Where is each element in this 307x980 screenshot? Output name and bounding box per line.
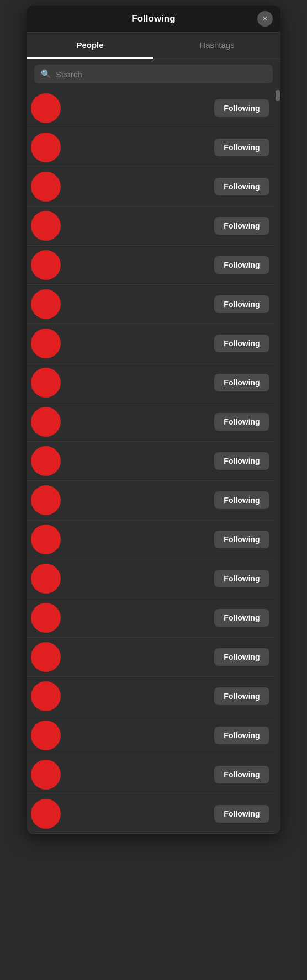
- avatar: [31, 211, 61, 241]
- list-item: Following: [27, 167, 275, 206]
- list-item: Following: [27, 285, 275, 324]
- following-button[interactable]: Following: [214, 335, 269, 352]
- following-modal: Following × People Hashtags 🔍 Following: [27, 6, 280, 834]
- list-item: Following: [27, 598, 275, 638]
- avatar: [31, 525, 61, 554]
- tabs-row: People Hashtags: [27, 33, 280, 59]
- avatar: [31, 329, 61, 358]
- close-button[interactable]: ×: [257, 11, 273, 27]
- list-container: Following Following Following: [27, 89, 280, 834]
- avatar: [31, 407, 61, 437]
- avatar: [31, 564, 61, 594]
- following-button[interactable]: Following: [214, 531, 269, 548]
- list-item: Following: [27, 677, 275, 716]
- list-item: Following: [27, 442, 275, 481]
- list-item: Following: [27, 481, 275, 520]
- following-button[interactable]: Following: [214, 570, 269, 587]
- modal-title: Following: [131, 13, 175, 24]
- search-input[interactable]: [56, 70, 266, 79]
- following-button[interactable]: Following: [214, 452, 269, 470]
- list-item: Following: [27, 402, 275, 442]
- list-item: Following: [27, 716, 275, 755]
- following-button[interactable]: Following: [214, 256, 269, 274]
- search-box: 🔍: [34, 65, 273, 83]
- scrollbar-track[interactable]: [275, 89, 280, 834]
- avatar: [31, 681, 61, 711]
- list-item: Following: [27, 206, 275, 246]
- avatar: [31, 93, 61, 123]
- following-button[interactable]: Following: [214, 491, 269, 509]
- tab-hashtags[interactable]: Hashtags: [154, 33, 280, 59]
- list-item: Following: [27, 520, 275, 559]
- list-item: Following: [27, 128, 275, 167]
- following-button[interactable]: Following: [214, 766, 269, 783]
- following-button[interactable]: Following: [214, 609, 269, 627]
- avatar: [31, 642, 61, 672]
- following-button[interactable]: Following: [214, 374, 269, 391]
- following-button[interactable]: Following: [214, 139, 269, 156]
- list-item: Following: [27, 559, 275, 598]
- list-item: Following: [27, 324, 275, 363]
- scrollbar-thumb[interactable]: [276, 90, 280, 101]
- following-button[interactable]: Following: [214, 217, 269, 235]
- avatar: [31, 289, 61, 319]
- list-item: Following: [27, 363, 275, 402]
- modal-header: Following ×: [27, 6, 280, 33]
- following-button[interactable]: Following: [214, 178, 269, 195]
- following-button[interactable]: Following: [214, 805, 269, 823]
- following-button[interactable]: Following: [214, 648, 269, 666]
- avatar: [31, 446, 61, 476]
- following-button[interactable]: Following: [214, 687, 269, 705]
- list-item: Following: [27, 794, 275, 834]
- avatar: [31, 760, 61, 790]
- list-item: Following: [27, 246, 275, 285]
- following-button[interactable]: Following: [214, 295, 269, 313]
- following-button[interactable]: Following: [214, 727, 269, 744]
- avatar: [31, 368, 61, 398]
- avatar: [31, 172, 61, 202]
- list-item: Following: [27, 638, 275, 677]
- avatar: [31, 603, 61, 633]
- avatar: [31, 721, 61, 750]
- list-item: Following: [27, 89, 275, 128]
- people-list[interactable]: Following Following Following: [27, 89, 275, 834]
- tab-people[interactable]: People: [27, 33, 154, 59]
- avatar: [31, 250, 61, 280]
- avatar: [31, 133, 61, 162]
- search-icon: 🔍: [41, 69, 51, 79]
- search-row: 🔍: [27, 59, 280, 89]
- list-item: Following: [27, 755, 275, 794]
- following-button[interactable]: Following: [214, 413, 269, 431]
- avatar: [31, 485, 61, 515]
- avatar: [31, 799, 61, 829]
- following-button[interactable]: Following: [214, 99, 269, 117]
